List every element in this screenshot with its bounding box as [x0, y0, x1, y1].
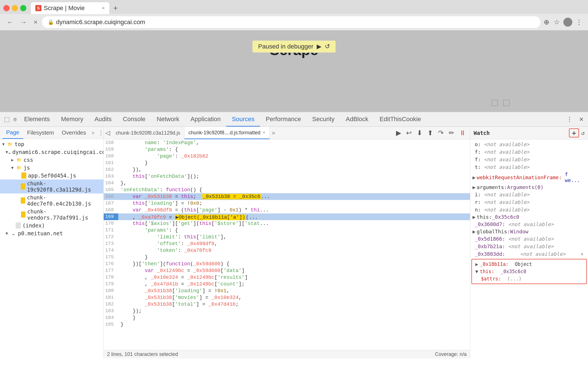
watch-item-i: i: <not available>	[470, 191, 588, 198]
resume-button[interactable]: ▶	[394, 128, 403, 137]
file-tree-panel: Page Filesystem Overrides » ⋮ ▼ 📁 top ▼ …	[0, 127, 104, 358]
folder-icon: 📁	[16, 165, 22, 171]
panel-menu-button[interactable]: ⋮	[96, 129, 104, 137]
code-tab-1[interactable]: chunk-19c920f8.c3a1129d.js	[112, 127, 184, 139]
address-input[interactable]: 🔒 dynamic6.scrape.cuiqingcai.com	[42, 16, 540, 28]
tree-item-top[interactable]: ▼ 📁 top	[0, 140, 103, 148]
tree-item-chunk-4dec[interactable]: chunk-4dec7ef0.e4c2b130.js	[0, 194, 103, 208]
panel-more-button[interactable]: »	[90, 130, 96, 136]
devtools: ⬚ ⎑ Elements Memory Audits Console Netwo…	[0, 112, 588, 358]
tree-label: chunk-19c920f8.c3a1129d.js	[27, 180, 101, 193]
code-line-167: 167 this['loading'] = !0x0;	[104, 200, 470, 207]
watch-refresh-button[interactable]: ↺	[581, 130, 585, 136]
forward-button[interactable]: →	[18, 17, 29, 27]
code-line-176: 176 })['then'](function(_0x59d600) {	[104, 261, 470, 267]
tree-item-chunk-vendors[interactable]: chunk-vendors.77daf991.js	[0, 208, 103, 222]
bottom-watch-panel: ▶ _0x18b11a: Object ▼ this: _0x35c6c0 $a…	[471, 259, 587, 284]
new-tab-button[interactable]: +	[110, 3, 121, 14]
panel-tab-overrides[interactable]: Overrides	[58, 127, 90, 139]
close-icon[interactable]: ×	[580, 251, 584, 257]
folder-icon: 📁	[7, 141, 13, 147]
code-line-170: 170 this['$axios']['get'](this['$store']…	[104, 220, 470, 227]
selection-info: 2 lines, 101 characters selected	[107, 351, 178, 357]
avatar[interactable]	[563, 18, 572, 27]
lock-icon: 🔒	[48, 19, 54, 25]
watch-item-b7b21a: _0xb7b21a: <not available>	[470, 243, 588, 250]
tab-close-button[interactable]: ×	[102, 5, 105, 11]
code-tabs-more-button[interactable]: »	[270, 129, 277, 137]
more-menu-button[interactable]: ⋮	[575, 17, 584, 27]
tab-elements[interactable]: Elements	[18, 112, 55, 126]
resume-debugger-button[interactable]: ▶	[317, 43, 321, 50]
code-line-165: 165 'onFetchData': function() {	[104, 187, 470, 193]
watch-bottom-item-2[interactable]: ▼ this: _0x35c6c0	[472, 268, 586, 275]
tree-item-chunk-selected[interactable]: chunk-19c920f8.c3a1129d.js	[0, 179, 103, 194]
go-back-button[interactable]: ◁	[104, 129, 112, 137]
tab-performance[interactable]: Performance	[260, 112, 307, 126]
code-tab-2[interactable]: chunk-19c920f8....d.js:formatted ×	[184, 127, 270, 139]
cloud-icon: ☁	[8, 149, 11, 155]
watch-section-this[interactable]: ▶ this: _0x35c6c0	[470, 213, 588, 220]
tab-network[interactable]: Network	[151, 112, 185, 126]
panel-tab-filesystem[interactable]: Filesystem	[23, 127, 58, 139]
code-tab-bar: chunk-19c920f8.c3a1129d.js chunk-19c920f…	[112, 127, 392, 139]
code-tab-close-button[interactable]: ×	[263, 130, 265, 135]
close-window-dot[interactable]	[3, 5, 10, 11]
deactivate-breakpoints-button[interactable]: ✏	[447, 128, 456, 137]
tab-sources[interactable]: Sources	[226, 112, 260, 126]
code-line-158: 158 name: 'IndexPage',	[104, 139, 470, 146]
tab-editthiscookie[interactable]: EditThisCookie	[374, 112, 427, 126]
tab-console[interactable]: Console	[117, 112, 151, 126]
tree-item-index[interactable]: (index)	[0, 222, 103, 229]
device-toolbar-button[interactable]: ⎑	[11, 115, 18, 124]
file-icon	[21, 197, 25, 204]
devtools-more-button[interactable]: ⋮	[564, 115, 575, 124]
tree-item-domain[interactable]: ▼ ☁ dynamic6.scrape.cuiqingcai.com	[0, 148, 103, 156]
watch-panel: Watch + ↺ o: <not available> f: <not ava…	[470, 127, 588, 358]
address-bar: ← → × 🔒 dynamic6.scrape.cuiqingcai.com ⊕…	[0, 14, 588, 30]
tab-memory[interactable]: Memory	[55, 112, 89, 126]
tree-item-js[interactable]: ▼ 📁 js	[0, 164, 103, 172]
maximize-window-dot[interactable]	[20, 5, 26, 11]
code-line-172: 172 'limit': this['limit'],	[104, 234, 470, 240]
inspect-element-button[interactable]: ⬚	[2, 115, 11, 124]
watch-add-button[interactable]: +	[569, 128, 579, 137]
debugger-banner-text: Paused in debugger	[258, 43, 313, 50]
tab-application[interactable]: Application	[185, 112, 226, 126]
watch-section-globalthis[interactable]: ▶ globalThis: Window	[470, 228, 588, 235]
close-navigation-button[interactable]: ×	[31, 17, 40, 27]
cloud-icon: ☁	[10, 230, 16, 236]
pause-button[interactable]: ⏸	[458, 128, 468, 137]
tree-item-css[interactable]: ▶ 📁 css	[0, 156, 103, 164]
back-button[interactable]: ←	[4, 17, 16, 27]
step-over-button[interactable]: ↩	[404, 128, 413, 137]
watch-section-arguments[interactable]: ▶ arguments: Arguments(0)	[470, 184, 588, 191]
panel-tab-page[interactable]: Page	[2, 127, 23, 139]
tree-label: css	[24, 157, 33, 163]
step-debugger-button[interactable]: ↺	[325, 43, 330, 50]
watch-section-webkit[interactable]: ▶ webkitRequestAnimationFrame: f we...	[470, 171, 588, 184]
tab-adblock[interactable]: AdBlock	[340, 112, 374, 126]
page-content: Scrape Paused in debugger ▶ ↺	[0, 30, 588, 112]
step-into-button[interactable]: ⬇	[415, 128, 424, 137]
code-line-183: 183 });	[104, 308, 470, 314]
expand-arrow: ▶	[473, 214, 476, 220]
tab-security[interactable]: Security	[307, 112, 340, 126]
devtools-close-button[interactable]: ×	[577, 114, 586, 125]
code-editor[interactable]: 158 name: 'IndexPage', 159 'params': { 1…	[104, 139, 470, 350]
code-line-179: 179 , _0x47d41b = _0x1249bc['count'];	[104, 281, 470, 287]
tab-favicon: S	[35, 5, 41, 11]
browser-tab[interactable]: S Scrape | Movie ×	[31, 2, 109, 14]
tab-audits[interactable]: Audits	[89, 112, 117, 126]
translate-button[interactable]: ⊕	[543, 17, 550, 27]
minimize-window-dot[interactable]	[12, 5, 18, 11]
watch-header: Watch + ↺	[470, 127, 588, 139]
tree-item-app-js[interactable]: app.5ef0d454.js	[0, 172, 103, 179]
bookmark-button[interactable]: ☆	[553, 17, 561, 27]
step-button[interactable]: ↷	[436, 128, 445, 137]
page-elements	[492, 100, 510, 106]
step-out-button[interactable]: ⬆	[426, 128, 435, 137]
tree-item-meituan[interactable]: ▼ ☁ p0.meituan.net	[0, 229, 103, 237]
watch-bottom-item-1[interactable]: ▶ _0x18b11a: Object	[472, 261, 586, 268]
tree-label: js	[24, 165, 30, 171]
